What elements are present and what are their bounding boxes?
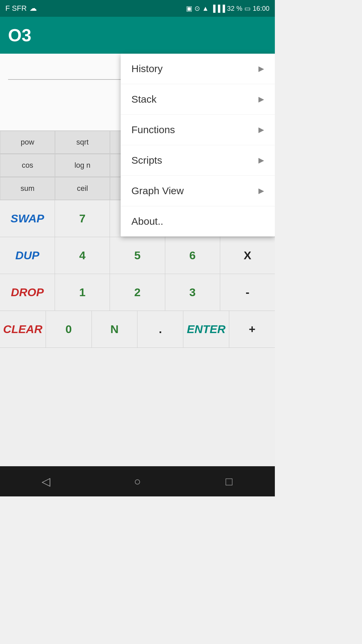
func-btn-sum[interactable]: sum (0, 177, 55, 200)
menu-item-graphview[interactable]: Graph View ▶ (121, 176, 275, 206)
btn-4[interactable]: 4 (55, 237, 110, 274)
btn-clear[interactable]: CLEAR (0, 311, 46, 347)
alarm-icon: ⊙ (194, 4, 200, 12)
nav-home-button[interactable]: ○ (127, 471, 147, 491)
num-row-2: DUP 4 5 6 X (0, 237, 275, 274)
btn-7[interactable]: 7 (55, 200, 110, 237)
menu-functions-label: Functions (131, 124, 175, 136)
btn-swap[interactable]: SWAP (0, 200, 55, 237)
menu-scripts-label: Scripts (131, 155, 162, 166)
menu-item-stack[interactable]: Stack ▶ (121, 84, 275, 115)
btn-3[interactable]: 3 (165, 274, 220, 311)
battery-icon: ▭ (244, 4, 251, 12)
btn-n[interactable]: N (92, 311, 138, 347)
btn-5[interactable]: 5 (110, 237, 165, 274)
num-row-4: CLEAR 0 N . ENTER + (0, 311, 275, 348)
func-btn-ceil[interactable]: ceil (55, 177, 110, 200)
btn-2[interactable]: 2 (110, 274, 165, 311)
menu-item-scripts[interactable]: Scripts ▶ (121, 145, 275, 176)
menu-about-label: About.. (131, 216, 163, 227)
chevron-stack: ▶ (258, 95, 264, 104)
btn-1[interactable]: 1 (55, 274, 110, 311)
btn-dot[interactable]: . (137, 311, 183, 347)
func-btn-logn[interactable]: log n (55, 154, 110, 177)
nav-recents-button[interactable]: □ (219, 471, 239, 491)
display-line (8, 79, 122, 80)
btn-drop[interactable]: DROP (0, 274, 55, 311)
time-label: 16:00 (253, 5, 269, 12)
cloud-icon: ☁ (29, 4, 37, 13)
btn-0[interactable]: 0 (46, 311, 92, 347)
menu-history-label: History (131, 63, 163, 74)
app-title: O3 (8, 25, 31, 45)
func-btn-cos[interactable]: cos (0, 154, 55, 177)
menu-graphview-label: Graph View (131, 185, 184, 197)
wifi-icon: ▲ (202, 5, 209, 12)
menu-item-about[interactable]: About.. (121, 206, 275, 236)
menu-item-functions[interactable]: Functions ▶ (121, 115, 275, 145)
btn-enter[interactable]: ENTER (183, 311, 229, 347)
func-btn-pow[interactable]: pow (0, 131, 55, 154)
func-btn-sqrt[interactable]: sqrt (55, 131, 110, 154)
carrier-label: F SFR (5, 4, 27, 13)
status-left: F SFR ☁ (5, 4, 37, 13)
dropdown-menu: History ▶ Stack ▶ Functions ▶ Scripts ▶ … (121, 54, 275, 236)
signal-icon: ▐▐▐ (211, 5, 225, 12)
num-row-3: DROP 1 2 3 - (0, 274, 275, 311)
status-bar: F SFR ☁ ▣ ⊙ ▲ ▐▐▐ 32 % ▭ 16:00 (0, 0, 275, 17)
menu-item-history[interactable]: History ▶ (121, 54, 275, 84)
btn-subtract[interactable]: - (220, 274, 275, 311)
btn-multiply[interactable]: X (220, 237, 275, 274)
app-header: O3 (0, 17, 275, 54)
btn-dup[interactable]: DUP (0, 237, 55, 274)
chevron-functions: ▶ (258, 125, 264, 134)
btn-6[interactable]: 6 (165, 237, 220, 274)
btn-add[interactable]: + (229, 311, 275, 347)
battery-label: 32 % (227, 5, 242, 12)
nav-back-button[interactable]: ◁ (36, 471, 56, 491)
vibrate-icon: ▣ (186, 4, 192, 12)
status-right: ▣ ⊙ ▲ ▐▐▐ 32 % ▭ 16:00 (186, 4, 269, 12)
menu-stack-label: Stack (131, 94, 157, 105)
chevron-graphview: ▶ (258, 186, 264, 195)
chevron-history: ▶ (258, 64, 264, 73)
nav-bar: ◁ ○ □ (0, 466, 275, 496)
chevron-scripts: ▶ (258, 156, 264, 165)
